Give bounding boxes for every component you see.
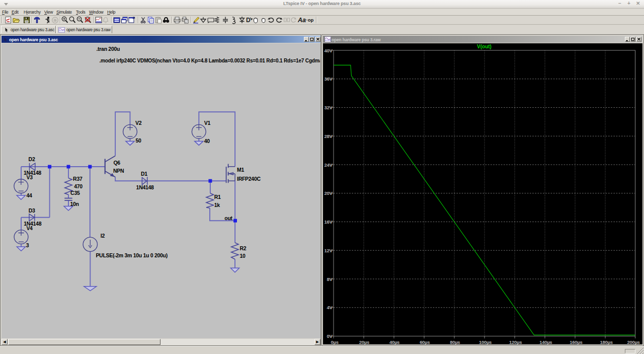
svg-text:V2: V2 [135,120,142,126]
svg-text:36V: 36V [324,76,333,82]
svg-text:D1: D1 [141,171,147,177]
svg-text:20µs: 20µs [359,339,369,345]
svg-text:NPN: NPN [113,168,124,174]
svg-text:D3: D3 [29,207,35,214]
svg-text:28V: 28V [324,133,333,139]
svg-text:1k: 1k [214,202,220,208]
svg-text:50: 50 [135,137,141,144]
svg-text:80µs: 80µs [450,339,460,345]
svg-text:V1: V1 [204,120,211,126]
svg-text:I2: I2 [101,233,105,239]
svg-text:R1: R1 [214,194,221,200]
svg-text:10n: 10n [70,201,78,207]
svg-text:C35: C35 [70,190,80,196]
svg-text:10: 10 [240,253,246,259]
svg-text:180µs: 180µs [600,339,613,345]
svg-text:44: 44 [26,192,32,198]
svg-text:4V: 4V [327,305,333,310]
svg-text:100µs: 100µs [479,339,492,345]
svg-text:200µs: 200µs [627,339,639,345]
svg-text:0µs: 0µs [331,339,339,345]
svg-text:40V: 40V [324,48,333,53]
svg-text:Aa: Aa [297,17,306,24]
svg-text:IRFP240C: IRFP240C [237,176,261,182]
svg-text:V(out): V(out) [477,44,492,49]
svg-text:40: 40 [204,138,210,144]
svg-text:12V: 12V [324,248,333,253]
svg-text:D: D [246,17,251,24]
svg-text:V4: V4 [26,225,33,231]
svg-text:0V: 0V [327,333,333,339]
svg-text:out: out [224,215,232,221]
svg-text:20V: 20V [324,190,333,196]
svg-text:470: 470 [74,183,83,189]
svg-text:M1: M1 [237,167,244,173]
svg-text:120µs: 120µs [509,339,522,345]
svg-text:40µs: 40µs [389,339,399,345]
svg-text:24V: 24V [324,162,333,168]
svg-text:.tran 200u: .tran 200u [97,46,120,52]
svg-text:.model irfp240C VDMOS(nchan Vt: .model irfp240C VDMOS(nchan Vto=4.0 Kp=4… [100,58,320,63]
svg-text:R2: R2 [240,245,247,251]
svg-text:·op: ·op [306,17,314,23]
svg-text:8V: 8V [327,276,333,282]
svg-text:140µs: 140µs [539,339,552,345]
svg-text:PULSE(-2m 3m 10u 1u 0 200u): PULSE(-2m 3m 10u 1u 0 200u) [96,252,167,258]
svg-text:32V: 32V [324,105,333,110]
svg-text:Q6: Q6 [114,160,121,166]
svg-text:R37: R37 [73,176,83,182]
svg-text:1N4148: 1N4148 [136,184,154,190]
svg-text:16V: 16V [324,219,333,225]
svg-text:3: 3 [26,242,29,248]
svg-text:60µs: 60µs [420,339,430,345]
svg-text:V3: V3 [27,174,33,180]
svg-text:D2: D2 [29,156,35,162]
svg-text:160µs: 160µs [570,339,582,345]
